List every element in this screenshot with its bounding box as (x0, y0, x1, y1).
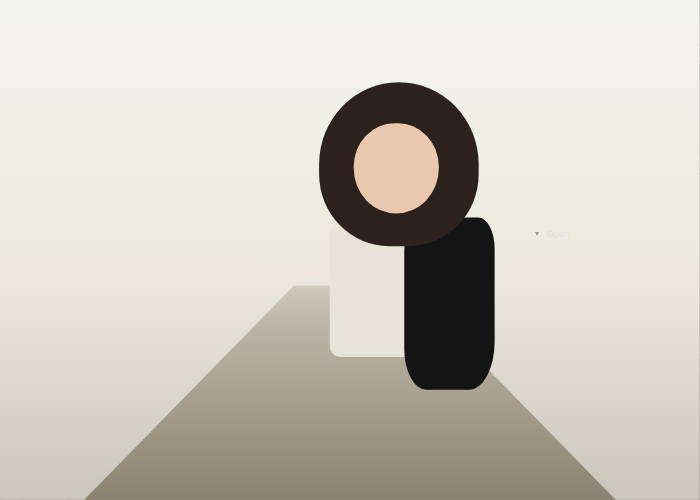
history-panel: shutterstock_2261525421.jpg 4528x3016, R… (527, 174, 700, 244)
history-thumb-icon (533, 180, 569, 210)
history-snapshot[interactable]: shutterstock_2261525421.jpg 4528x3016, R… (531, 178, 696, 226)
history-step-open[interactable]: Open (531, 228, 696, 240)
right-panels: Navigator 30% ▾ History (526, 46, 700, 500)
